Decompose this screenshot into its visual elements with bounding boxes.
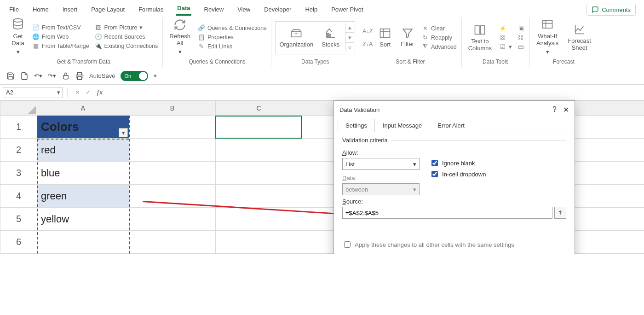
row-header-4[interactable]: 4 — [0, 185, 37, 208]
cell-C4[interactable] — [216, 185, 302, 208]
relationships-button[interactable]: ⛓ — [517, 34, 526, 42]
tab-input-message[interactable]: Input Message — [375, 119, 430, 132]
filter-advanced[interactable]: ⧨Advanced — [420, 43, 458, 51]
tab-error-alert[interactable]: Error Alert — [430, 119, 472, 132]
datatype-stocks[interactable]: Stocks — [319, 25, 342, 50]
cell-A3[interactable]: blue — [37, 162, 129, 185]
whatif-analysis-button[interactable]: What-If Analysis ▾ — [534, 17, 561, 58]
cancel-formula-button[interactable]: ✕ — [72, 89, 83, 96]
data-model-button[interactable]: 🗃 — [517, 43, 526, 51]
cell-A2[interactable]: red — [37, 139, 129, 162]
from-table-range[interactable]: ▦From Table/Range — [31, 42, 90, 50]
edit-links[interactable]: ✎Edit Links — [197, 42, 268, 51]
data-value: between — [345, 186, 368, 193]
col-header-A[interactable]: A — [37, 101, 129, 116]
cell-A1[interactable]: Colors — [37, 116, 129, 139]
scroll-up-button[interactable]: ▴ — [345, 23, 354, 33]
filter-reapply[interactable]: ↻Reapply — [420, 34, 458, 42]
dialog-help-button[interactable]: ? — [552, 105, 557, 114]
col-header-C[interactable]: C — [216, 101, 302, 116]
new-file-button[interactable] — [20, 72, 29, 80]
formula-bar: A2 ▾ ✕ ✓ ƒx — [0, 85, 644, 100]
data-validation-button[interactable]: ☑▾ — [498, 43, 513, 51]
menu-developer[interactable]: Developer — [263, 4, 292, 16]
enter-formula-button[interactable]: ✓ — [83, 89, 93, 96]
tab-settings[interactable]: Settings — [338, 119, 375, 132]
sort-asc-button[interactable]: A↓Z — [363, 27, 372, 35]
menu-help[interactable]: Help — [304, 4, 318, 16]
cell-A5[interactable]: yellow — [37, 208, 129, 231]
flash-fill-button[interactable]: ⚡ — [498, 24, 513, 33]
insert-function-button[interactable]: ƒx — [93, 89, 105, 96]
properties[interactable]: 📋Properties — [197, 33, 268, 41]
in-cell-dropdown-checkbox[interactable]: In-cell dropdown — [430, 169, 486, 179]
cell-A4[interactable]: green — [37, 185, 129, 208]
formula-input[interactable] — [105, 87, 641, 98]
queries-connections[interactable]: 🔗Queries & Connections — [197, 24, 268, 32]
datatype-organization[interactable]: Organization — [276, 25, 316, 50]
touch-mode-button[interactable] — [62, 72, 70, 80]
cell-B1[interactable] — [129, 116, 216, 139]
menu-formulas[interactable]: Formulas — [138, 4, 164, 16]
cell-A6[interactable] — [37, 231, 129, 254]
from-web[interactable]: 🌐From Web — [31, 33, 90, 41]
consolidate-button[interactable]: ▣ — [517, 24, 526, 33]
recent-sources[interactable]: 🕘Recent Sources — [94, 33, 159, 41]
autosave-toggle[interactable]: On — [121, 71, 148, 81]
ignore-blank-checkbox[interactable]: Ignore blank — [430, 158, 486, 168]
scroll-more-button[interactable]: ▿ — [345, 43, 354, 53]
cell-B3[interactable] — [129, 162, 216, 185]
data-label: Data: — [342, 175, 420, 181]
filter-button[interactable]: Filter — [398, 25, 417, 50]
recent-sources-label: Recent Sources — [104, 34, 145, 40]
cell-C3[interactable] — [216, 162, 302, 185]
menu-home[interactable]: Home — [32, 4, 50, 16]
menu-file[interactable]: File — [8, 4, 20, 16]
cell-C2[interactable] — [216, 139, 302, 162]
menu-data[interactable]: Data — [176, 3, 191, 16]
filter-clear[interactable]: ✕Clear — [420, 24, 458, 33]
existing-connections[interactable]: 🔌Existing Connections — [94, 42, 159, 50]
undo-button[interactable]: ↶ ▾ — [34, 72, 42, 79]
allow-dropdown[interactable]: List ▾ — [342, 158, 420, 170]
from-text-csv[interactable]: 📄From Text/CSV — [31, 23, 90, 32]
apply-all-checkbox[interactable]: Apply these changes to all other cells w… — [342, 240, 566, 249]
get-data-button[interactable]: Get Data ▾ — [8, 16, 28, 58]
save-button[interactable] — [6, 72, 15, 80]
range-picker-button[interactable] — [554, 207, 566, 219]
cell-B5[interactable] — [129, 208, 216, 231]
menu-page-layout[interactable]: Page Layout — [90, 4, 126, 16]
scroll-down-button[interactable]: ▾ — [345, 33, 354, 43]
refresh-all-button[interactable]: Refresh All ▾ — [167, 17, 193, 58]
row-header-5[interactable]: 5 — [0, 208, 37, 231]
menu-insert[interactable]: Insert — [62, 4, 79, 16]
chevron-down-icon[interactable]: ▾ — [57, 89, 60, 96]
row-header-2[interactable]: 2 — [0, 139, 37, 162]
text-to-columns-button[interactable]: Text to Columns — [466, 22, 494, 54]
row-header-1[interactable]: 1 — [0, 116, 37, 139]
row-header-6[interactable]: 6 — [0, 231, 37, 254]
print-button[interactable] — [75, 72, 84, 80]
row-header-3[interactable]: 3 — [0, 162, 37, 185]
comments-button[interactable]: Comments — [586, 4, 636, 16]
dialog-close-button[interactable]: ✕ — [563, 105, 569, 114]
redo-button[interactable]: ↷ ▾ — [48, 72, 56, 79]
from-picture[interactable]: 🖼From Picture ▾ — [94, 23, 159, 32]
sort-button[interactable]: Sort — [376, 25, 394, 50]
menu-view[interactable]: View — [236, 4, 251, 16]
select-all-button[interactable] — [0, 101, 37, 116]
cell-dropdown-button[interactable]: ▾ — [119, 128, 128, 137]
col-header-B[interactable]: B — [129, 101, 216, 116]
cell-B2[interactable] — [129, 139, 216, 162]
menu-review[interactable]: Review — [203, 4, 225, 16]
sort-asc-icon: A↓Z — [364, 28, 371, 35]
remove-duplicates-button[interactable]: ☒ — [498, 34, 513, 42]
qat-customize[interactable]: ▾ — [154, 72, 157, 79]
source-input[interactable] — [342, 207, 552, 219]
cell-C1[interactable] — [216, 116, 302, 139]
sort-desc-button[interactable]: Z↓A — [363, 40, 372, 48]
name-box[interactable]: A2 ▾ — [3, 87, 63, 98]
menu-power-pivot[interactable]: Power Pivot — [330, 4, 364, 16]
table-icon: ▦ — [32, 42, 40, 50]
forecast-sheet-button[interactable]: Forecast Sheet — [565, 21, 594, 53]
